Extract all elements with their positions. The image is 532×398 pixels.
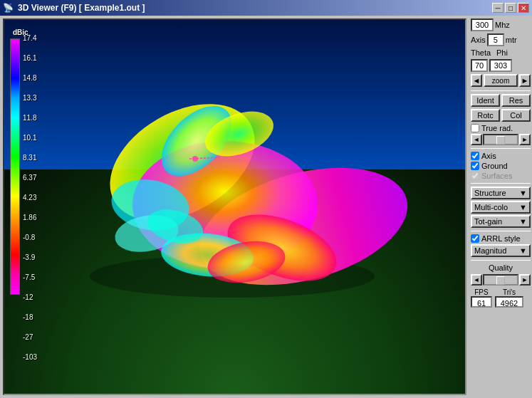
- fps-value: 61: [471, 296, 492, 308]
- arrl-label: ARRL style: [481, 234, 521, 243]
- scroll-track[interactable]: [483, 134, 518, 145]
- frequency-row: Mhz: [471, 19, 531, 31]
- axis-checkbox-row: Axis: [471, 152, 531, 160]
- totgain-dropdown-label: Tot-gain: [474, 217, 502, 226]
- multicolor-dropdown-label: Multi-colo: [474, 203, 508, 211]
- ident-button[interactable]: Ident: [471, 94, 500, 107]
- ident-res-row: Ident Res: [471, 94, 531, 107]
- quality-scroll-right[interactable]: ►: [519, 274, 531, 286]
- magnitude-dropdown-row: Magnitud ▼: [471, 244, 531, 257]
- pattern-container: [4, 20, 465, 394]
- fps-label: FPS: [474, 288, 488, 296]
- arrl-row: ARRL style: [471, 234, 531, 243]
- frequency-input[interactable]: [471, 19, 494, 31]
- right-panel: Mhz Axis mtr Theta Phi ◄ zoom ► Ident R: [469, 16, 532, 398]
- minimize-button[interactable]: ─: [492, 3, 504, 13]
- scroll-row: ◄ ►: [471, 134, 531, 145]
- maximize-button[interactable]: □: [505, 3, 516, 13]
- magnitude-dropdown[interactable]: Magnitud ▼: [471, 244, 531, 257]
- theta-phi-labels: Theta Phi: [471, 48, 531, 57]
- freq-unit-label: Mhz: [495, 21, 510, 29]
- chevron-down-icon: ▼: [519, 189, 527, 197]
- axis-checkbox[interactable]: [471, 152, 479, 160]
- totgain-dropdown[interactable]: Tot-gain ▼: [471, 215, 531, 228]
- quality-scroll-row: ◄ ►: [471, 274, 531, 286]
- quality-label-row: Quality: [471, 263, 531, 272]
- axis-unit-label: mtr: [506, 36, 517, 44]
- divider-4: [471, 231, 531, 231]
- rotc-col-row: Rotc Col: [471, 109, 531, 122]
- window-title: 3D Viewer (F9) [ Example1.out ]: [18, 3, 145, 13]
- res-button[interactable]: Res: [501, 94, 531, 107]
- col-button[interactable]: Col: [501, 109, 531, 122]
- divider-5: [471, 260, 531, 261]
- zoom-row: ◄ zoom ►: [471, 74, 531, 87]
- chevron-down-icon-3: ▼: [519, 217, 527, 226]
- chevron-down-icon-2: ▼: [519, 203, 527, 211]
- tris-value: 4962: [495, 296, 523, 308]
- multicolor-dropdown-row: Multi-colo ▼: [471, 201, 531, 214]
- ground-checkbox-row: Ground: [471, 162, 531, 170]
- title-bar-controls: ─ □ ✕: [492, 3, 529, 13]
- axis-label: Axis: [471, 36, 486, 44]
- totgain-dropdown-row: Tot-gain ▼: [471, 215, 531, 228]
- axis-input[interactable]: [487, 33, 504, 46]
- quality-scroll-track[interactable]: [483, 274, 518, 286]
- true-rad-label: True rad.: [481, 124, 513, 132]
- title-bar-title: 📡 3D Viewer (F9) [ Example1.out ]: [3, 3, 145, 13]
- multicolor-dropdown[interactable]: Multi-colo ▼: [471, 201, 531, 214]
- title-bar: 📡 3D Viewer (F9) [ Example1.out ] ─ □ ✕: [0, 0, 532, 16]
- phi-label: Phi: [496, 48, 508, 57]
- antenna-pattern-svg: [33, 34, 432, 319]
- theta-label: Theta: [471, 48, 495, 57]
- chevron-down-icon-4: ▼: [519, 246, 527, 255]
- divider-2: [471, 148, 531, 149]
- app-icon: 📡: [3, 3, 14, 13]
- viewport-3d[interactable]: dBic 17.4 16.1 14.8 13.3 11.8 10.1 8.31 …: [3, 19, 466, 395]
- scroll-left-btn[interactable]: ◄: [471, 134, 482, 145]
- arrl-checkbox[interactable]: [471, 234, 479, 243]
- surfaces-check-label: Surfaces: [481, 172, 512, 180]
- surfaces-checkbox[interactable]: [471, 172, 479, 180]
- phi-input[interactable]: [489, 59, 512, 72]
- zoom-right-btn[interactable]: ►: [519, 74, 531, 87]
- axis-check-label: Axis: [481, 152, 496, 160]
- structure-dropdown-row: Structure ▼: [471, 187, 531, 199]
- structure-dropdown[interactable]: Structure ▼: [471, 187, 531, 199]
- close-button[interactable]: ✕: [518, 3, 529, 13]
- fps-col: FPS 61: [471, 288, 492, 308]
- true-rad-row: True rad.: [471, 124, 531, 132]
- canvas: dBic 17.4 16.1 14.8 13.3 11.8 10.1 8.31 …: [4, 20, 465, 394]
- magnitude-dropdown-label: Magnitud: [474, 246, 506, 255]
- ground-checkbox[interactable]: [471, 162, 479, 170]
- surfaces-checkbox-row: Surfaces: [471, 172, 531, 180]
- true-rad-checkbox[interactable]: [471, 124, 479, 132]
- ground-check-label: Ground: [481, 162, 508, 170]
- scroll-right-btn[interactable]: ►: [519, 134, 531, 145]
- scroll-thumb: [496, 136, 505, 145]
- structure-dropdown-label: Structure: [474, 189, 506, 197]
- rotc-button[interactable]: Rotc: [471, 109, 500, 122]
- main-content: dBic 17.4 16.1 14.8 13.3 11.8 10.1 8.31 …: [0, 16, 532, 398]
- divider-3: [471, 183, 531, 184]
- axis-row: Axis mtr: [471, 33, 531, 46]
- fps-tris-row: FPS 61 Tri's 4962: [471, 288, 531, 308]
- quality-scroll-thumb: [496, 276, 505, 285]
- theta-input[interactable]: [471, 59, 488, 72]
- zoom-button[interactable]: zoom: [484, 74, 518, 87]
- tris-col: Tri's 4962: [495, 288, 523, 308]
- quality-label: Quality: [489, 263, 513, 272]
- theta-phi-values: [471, 59, 531, 72]
- quality-scroll-left[interactable]: ◄: [471, 274, 482, 286]
- tris-label: Tri's: [503, 288, 516, 296]
- divider-1: [471, 90, 531, 91]
- zoom-left-btn[interactable]: ◄: [471, 74, 482, 87]
